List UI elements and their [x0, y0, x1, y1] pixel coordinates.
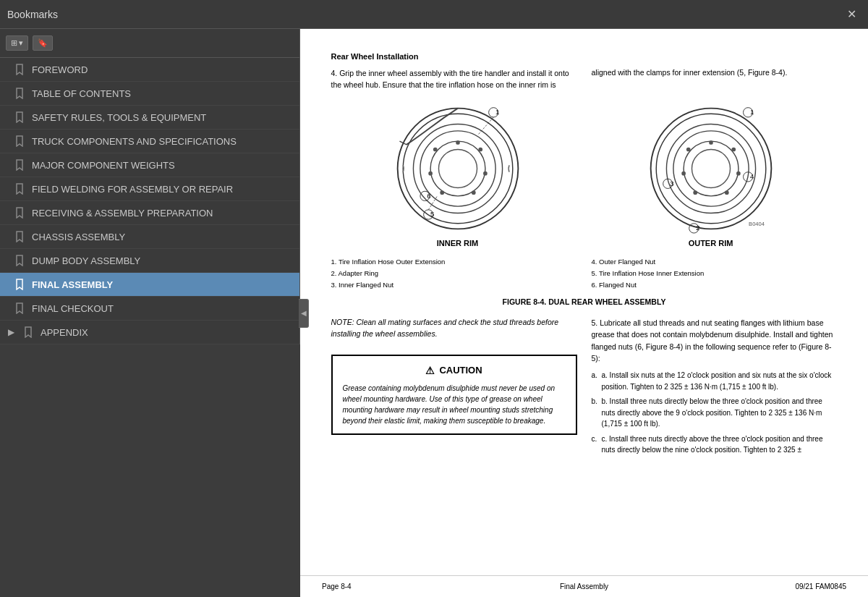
step4-left-text: 4. Grip the inner wheel assembly with th… — [331, 67, 577, 91]
pdf-top-section: Rear Wheel Installation 4. Grip the inne… — [331, 51, 838, 96]
sidebar-label-appendix: APPENDIX — [41, 327, 291, 338]
pdf-viewer: Rear Wheel Installation 4. Grip the inne… — [300, 29, 868, 597]
sidebar-wrapper: ⊞ ▾ 🔖 FOREWORD — [0, 29, 300, 597]
footer-page: Page 8-4 — [322, 583, 497, 590]
footer-section: Final Assembly — [497, 583, 672, 590]
collapse-arrow-icon: ◀ — [301, 309, 307, 317]
svg-point-11 — [428, 172, 433, 176]
outer-label-list: 4. Outer Flanged Nut 5. Tire Inflation H… — [592, 256, 838, 291]
expand-arrow-appendix: ▶ — [6, 327, 16, 337]
sidebar-label-receiving: RECEIVING & ASSEMBLY PREPARATION — [32, 208, 291, 219]
svg-point-0 — [397, 109, 518, 229]
sidebar-item-major-weights[interactable]: MAJOR COMPONENT WEIGHTS — [0, 153, 299, 177]
sidebar-item-chassis[interactable]: CHASSIS ASSEMBLY — [0, 225, 299, 249]
svg-line-20 — [478, 117, 493, 135]
sidebar-item-dump-body[interactable]: DUMP BODY ASSEMBLY — [0, 249, 299, 273]
bookmark-indicator-appendix — [23, 326, 33, 338]
svg-point-33 — [681, 172, 686, 176]
sidebar: ⊞ ▾ 🔖 FOREWORD — [0, 29, 300, 344]
sidebar-item-field-welding[interactable]: FIELD WELDING FOR ASSEMBLY OR REPAIR — [0, 177, 299, 201]
sidebar-label-truck: TRUCK COMPONENTS AND SPECIFICATIONS — [32, 136, 291, 147]
wheel-diagrams-section: 1 5 6 INNER — [331, 103, 838, 249]
pdf-page[interactable]: Rear Wheel Installation 4. Grip the inne… — [300, 29, 868, 575]
svg-point-24 — [666, 124, 755, 213]
svg-point-30 — [736, 172, 741, 176]
pdf-content: Rear Wheel Installation 4. Grip the inne… — [302, 29, 867, 474]
sidebar-toolbar: ⊞ ▾ 🔖 — [0, 29, 299, 58]
close-button[interactable]: ✕ — [843, 6, 861, 22]
svg-point-23 — [656, 114, 766, 224]
pdf-footer: Page 8-4 Final Assembly 09/21 FAM0845 — [300, 575, 868, 597]
footer-doc-id: 09/21 FAM0845 — [671, 583, 846, 590]
svg-point-34 — [686, 148, 690, 152]
inner-labels-col: 1. Tire Inflation Hose Outer Extension 2… — [331, 256, 577, 291]
sidebar-label-weights: MAJOR COMPONENT WEIGHTS — [32, 160, 291, 171]
sidebar-label-toc: TABLE OF CONTENTS — [32, 88, 291, 99]
caution-title: ⚠ CAUTION — [343, 363, 566, 378]
step5b: b. Install three nuts directly below the… — [592, 396, 838, 430]
sidebar-item-appendix[interactable]: ▶ APPENDIX — [0, 321, 299, 344]
bookmark-icon: 🔖 — [38, 38, 48, 48]
svg-point-7 — [478, 148, 482, 152]
svg-point-27 — [692, 150, 730, 188]
sidebar-item-final-assembly[interactable]: FINAL ASSEMBLY — [0, 273, 299, 297]
main-layout: ⊞ ▾ 🔖 FOREWORD — [0, 29, 868, 597]
outer-rim-diagram: 1 4 2 3 B0404 OUTER RIM — [639, 103, 783, 249]
svg-point-12 — [433, 148, 437, 152]
diagram-labels: 1. Tire Inflation Hose Outer Extension 2… — [331, 256, 838, 291]
outer-labels-col: 4. Outer Flanged Nut 5. Tire Inflation H… — [592, 256, 838, 291]
grid-view-button[interactable]: ⊞ ▾ — [6, 35, 28, 51]
sidebar-item-receiving[interactable]: RECEIVING & ASSEMBLY PREPARATION — [0, 201, 299, 225]
inner-label-1: 1. Tire Inflation Hose Outer Extension 2… — [331, 256, 577, 291]
bookmark-indicator-safety — [14, 111, 25, 123]
inner-rim-diagram: 1 5 6 INNER — [386, 103, 530, 249]
sidebar-item-final-checkout[interactable]: FINAL CHECKOUT — [0, 297, 299, 321]
svg-point-29 — [731, 148, 736, 152]
pdf-bottom-section: NOTE: Clean all mating surfaces and chec… — [331, 317, 838, 460]
svg-point-1 — [403, 114, 513, 224]
caution-box: ⚠ CAUTION Grease containing molybdenum d… — [331, 355, 577, 435]
bookmark-indicator-receiving — [14, 207, 25, 219]
bottom-right-col: 5. Lubricate all stud threads and nut se… — [592, 317, 838, 460]
svg-point-9 — [471, 190, 475, 195]
step5-intro: 5. Lubricate all stud threads and nut se… — [592, 317, 838, 364]
window-title: Bookmarks — [7, 9, 58, 20]
dropdown-arrow: ▾ — [19, 38, 23, 48]
svg-point-32 — [693, 190, 697, 195]
bookmark-indicator-chassis — [14, 231, 25, 242]
svg-point-2 — [413, 124, 502, 213]
svg-point-10 — [440, 190, 444, 195]
bookmark-indicator-welding — [14, 183, 25, 195]
bookmark-tool-button[interactable]: 🔖 — [33, 35, 53, 51]
sidebar-item-toc[interactable]: TABLE OF CONTENTS — [0, 82, 299, 106]
bookmark-indicator-truck — [14, 135, 25, 147]
svg-point-6 — [456, 140, 460, 145]
bookmark-indicator-final — [14, 279, 25, 290]
step4-right-text: aligned with the clamps for inner extens… — [592, 67, 838, 78]
outer-rim-label: OUTER RIM — [639, 237, 783, 250]
step5a: a. Install six nuts at the 12 o'clock po… — [592, 370, 838, 392]
sidebar-item-truck-components[interactable]: TRUCK COMPONENTS AND SPECIFICATIONS — [0, 130, 299, 153]
sidebar-item-safety[interactable]: SAFETY RULES, TOOLS & EQUIPMENT — [0, 106, 299, 130]
bookmark-indicator-checkout — [14, 302, 25, 314]
bookmark-indicator-dump — [14, 255, 25, 266]
sidebar-label-final: FINAL ASSEMBLY — [32, 279, 291, 290]
pdf-right-column-top: aligned with the clamps for inner extens… — [592, 51, 838, 96]
note-text: NOTE: Clean all mating surfaces and chec… — [331, 317, 577, 340]
bookmark-indicator-foreword — [14, 64, 25, 75]
sidebar-label-chassis: CHASSIS ASSEMBLY — [32, 232, 291, 242]
bookmark-indicator-toc — [14, 88, 25, 99]
figure-caption: FIGURE 8-4. DUAL REAR WHEEL ASSEMBLY — [331, 297, 838, 308]
sidebar-items: FOREWORD TABLE OF CONTENTS SAFETY RULES,… — [0, 58, 299, 344]
svg-point-31 — [724, 190, 728, 195]
inner-rim-label: INNER RIM — [386, 237, 530, 250]
svg-text:B0404: B0404 — [749, 221, 765, 227]
sidebar-label-foreword: FOREWORD — [32, 64, 291, 75]
svg-point-5 — [438, 150, 477, 188]
grid-icon: ⊞ — [11, 38, 17, 48]
sidebar-collapse-handle[interactable]: ◀ — [299, 299, 309, 328]
step5-list: a. Install six nuts at the 12 o'clock po… — [592, 370, 838, 456]
sidebar-label-checkout: FINAL CHECKOUT — [32, 303, 291, 314]
inner-rim-svg: 1 5 6 — [386, 103, 530, 234]
sidebar-item-foreword[interactable]: FOREWORD — [0, 58, 299, 82]
